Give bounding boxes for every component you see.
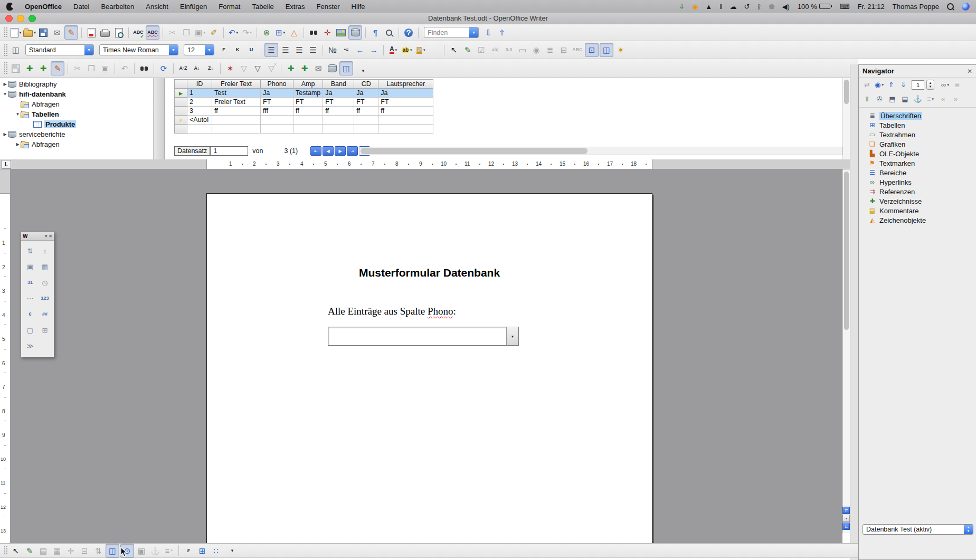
grid-cell[interactable]	[212, 116, 261, 125]
page-reminder-dot-button[interactable]: ●	[842, 515, 850, 522]
document-vertical-scrollbar[interactable]	[842, 169, 850, 533]
design-mode-button[interactable]: ✎	[461, 43, 474, 56]
navigator-titlebar[interactable]: Navigator ✕	[859, 65, 976, 78]
find-next-button[interactable]: ⇩	[482, 26, 495, 39]
styles-window-button[interactable]: ◫	[10, 43, 22, 56]
open-in-design-mode-button[interactable]: ◫	[106, 544, 119, 558]
mail-merge-button[interactable]: ✉	[312, 62, 325, 75]
find-previous-button[interactable]: ⇧	[496, 26, 508, 39]
menubar-clock[interactable]: Fr. 21:12	[858, 3, 885, 11]
underline-button[interactable]: U	[245, 43, 258, 56]
menu-format[interactable]: Format	[219, 3, 240, 11]
print-button[interactable]	[99, 26, 111, 39]
grid-cell[interactable]	[293, 116, 323, 125]
toolbar-drag-handle[interactable]	[4, 27, 7, 39]
menu-fenster[interactable]: Fenster	[317, 3, 340, 11]
justify-button[interactable]: ☰	[307, 43, 319, 56]
bluetooth-status-icon[interactable]: ᛒ	[757, 3, 761, 10]
edit-file-button[interactable]: ✎	[64, 25, 78, 40]
find-replace-button[interactable]	[307, 26, 320, 39]
row-header-cell[interactable]	[175, 125, 187, 134]
browser-vertical-scrollbar[interactable]	[842, 78, 850, 159]
grid-cell[interactable]: FT	[323, 98, 354, 107]
grid-cell[interactable]: ff	[354, 107, 378, 116]
grid-corner-cell[interactable]	[175, 80, 187, 89]
control-wizards-button[interactable]: ✶	[614, 43, 627, 56]
menu-bearbeiten[interactable]: Bearbeiten	[101, 3, 134, 11]
page-preview-button[interactable]	[112, 26, 125, 39]
data-sources-button[interactable]	[348, 25, 362, 40]
navigator-toggle-button[interactable]: ✛	[321, 26, 334, 39]
tree-item-serviceberichte[interactable]: ▶serviceberichte	[0, 129, 153, 139]
menu-ansicht[interactable]: Ansicht	[146, 3, 168, 11]
toolbar-overflow-button[interactable]: ▾	[357, 64, 369, 78]
table-row[interactable]: ✳<AutoI	[175, 116, 433, 125]
font-name-dropdown-icon[interactable]: ▾	[169, 45, 178, 55]
undo-dropdown-icon[interactable]: ▾	[236, 31, 239, 35]
horizontal-ruler[interactable]: 123456789101112131415161718	[0, 159, 850, 169]
drag-mode-dropdown-icon[interactable]: ▾	[947, 83, 949, 87]
expander-icon[interactable]: ▼	[15, 112, 21, 117]
background-color-button[interactable]: ▨▾	[414, 43, 427, 56]
column-header-phono[interactable]: Phono	[261, 80, 293, 89]
navigator-item-kommentare[interactable]: ▤Kommentare	[859, 206, 976, 215]
export-pdf-button[interactable]	[85, 26, 98, 39]
expander-icon[interactable]: ▶	[2, 132, 8, 137]
navigator-item-uberschriften[interactable]: ≣Überschriften	[859, 111, 976, 120]
menu-app-name[interactable]: OpenOffice	[25, 3, 62, 11]
grid-cell[interactable]: ff	[293, 107, 323, 116]
redo-dropdown-icon[interactable]: ▾	[250, 31, 252, 35]
zoom-button[interactable]	[383, 26, 395, 39]
grid-cell[interactable]: 1	[187, 89, 212, 98]
menu-tabelle[interactable]: Tabelle	[252, 3, 273, 11]
grid-cell[interactable]	[187, 125, 212, 134]
column-header-lautsprecher[interactable]: Lautsprecher	[378, 80, 433, 89]
document-page[interactable]: Musterformular Datenbank Alle Einträge a…	[206, 193, 652, 543]
grid-cell[interactable]: Test	[212, 89, 261, 98]
paragraph-style-dropdown-icon[interactable]: ▾	[84, 45, 93, 55]
hyperlink-button[interactable]: ⊛	[260, 26, 273, 39]
select-button[interactable]: ↖	[448, 43, 460, 56]
menu-einfügen[interactable]: Einfügen	[180, 3, 207, 11]
menubar-username[interactable]: Thomas Poppe	[893, 3, 939, 11]
grid-cell[interactable]	[354, 116, 378, 125]
spin-button-button[interactable]: ⇅	[23, 243, 37, 259]
navigator-item-ole-objekte[interactable]: ▙OLE-Objekte	[859, 149, 976, 158]
toolbar-overflow-button[interactable]: ▾	[226, 544, 239, 557]
sort-button[interactable]: A·Z	[177, 62, 189, 75]
save-button[interactable]	[37, 26, 50, 39]
image-control-button[interactable]: ▦	[37, 259, 52, 274]
image-button-button[interactable]: ▣	[23, 259, 37, 274]
background-color-dropdown-icon[interactable]: ▾	[423, 48, 425, 52]
grid-cell[interactable]	[212, 125, 261, 134]
new-document-dropdown-icon[interactable]: ▾	[20, 31, 22, 35]
previous-object-button[interactable]: ⇑	[886, 79, 897, 90]
highlight-color-button[interactable]: ab▾	[401, 43, 413, 56]
grid-cell[interactable]: <AutoI	[187, 116, 212, 125]
expander-icon[interactable]: ▶	[15, 142, 21, 147]
tree-item-produkte[interactable]: Produkte	[0, 119, 153, 129]
first-record-button[interactable]: ⇤	[310, 146, 321, 156]
next-record-button[interactable]: ▶	[335, 146, 346, 156]
palette-menu-icon[interactable]: ▾	[45, 234, 47, 239]
apple-menu-icon[interactable]	[6, 3, 13, 11]
design-mode-toggle-button[interactable]: ✎	[23, 544, 36, 557]
form-design-button[interactable]: ◫	[600, 43, 613, 57]
find-record-button[interactable]	[138, 62, 150, 75]
grid-cell[interactable]: 3	[187, 107, 212, 116]
grid-cell[interactable]: 2	[187, 98, 212, 107]
palette-titlebar[interactable]: W ▾ ✕	[21, 232, 54, 241]
column-header-amp[interactable]: Amp	[293, 80, 323, 89]
numbered-list-button[interactable]: №	[326, 43, 339, 56]
bold-button[interactable]: F	[217, 43, 230, 56]
column-header-id[interactable]: ID	[187, 80, 212, 89]
paragraph-style-combo[interactable]: Standard ▾	[25, 44, 94, 55]
expander-icon[interactable]: ▶	[2, 82, 8, 87]
location-status-icon[interactable]: ⬟	[769, 3, 774, 10]
open-button[interactable]: ▾	[23, 26, 36, 39]
display-grid-button[interactable]: #	[182, 544, 195, 557]
footer-jump-button[interactable]: ⬓	[899, 93, 911, 105]
grid-cell[interactable]: fff	[261, 107, 293, 116]
battery-indicator[interactable]: 100 %	[798, 3, 832, 11]
increase-indent-button[interactable]: →	[367, 43, 380, 56]
